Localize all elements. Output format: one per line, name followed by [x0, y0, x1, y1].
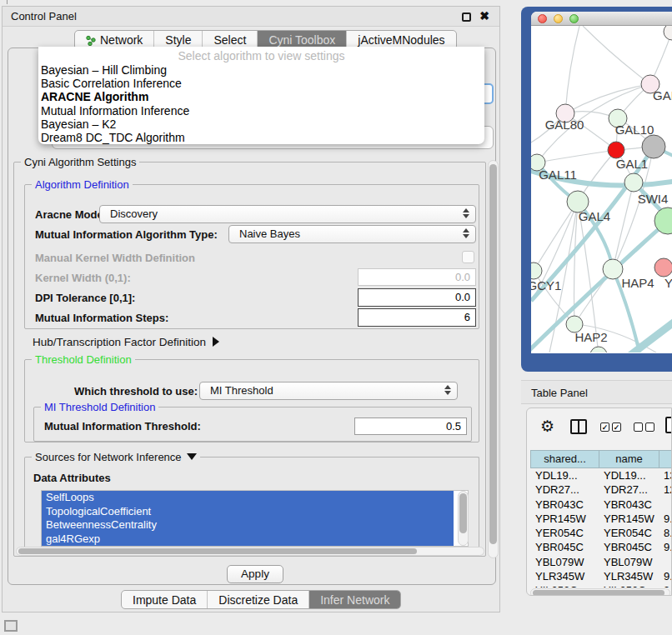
table-row[interactable]: YIL052CYIL052C9. — [530, 583, 672, 588]
network-edge[interactable] — [537, 150, 616, 162]
mi-threshold-field[interactable]: 0.5 — [354, 418, 467, 435]
table-row[interactable]: YDL19...YDL19...13 — [530, 468, 672, 482]
minimize-button[interactable] — [554, 14, 563, 23]
network-edge[interactable] — [565, 26, 579, 113]
table-cell: YER054C — [599, 526, 659, 540]
apply-button[interactable]: Apply — [227, 565, 283, 583]
table-cell — [659, 555, 672, 569]
attribute-item[interactable]: TopologicalCoefficient — [42, 505, 454, 519]
kernel-width-field[interactable]: 0.0 — [358, 268, 476, 286]
attribute-item[interactable]: gal4RGexp — [42, 532, 454, 547]
network-graph: GALGAL80GAL10GAL1GAL11SWI4GAL4GCY1HAP4YH… — [531, 26, 672, 352]
float-window-icon[interactable] — [462, 12, 471, 22]
node-label: GAL4 — [579, 209, 610, 223]
dropdown-item[interactable]: Mutual Information Inference — [38, 104, 484, 118]
table-cell: YBR043C — [599, 498, 659, 512]
settings-horizontal-scrollbar[interactable] — [16, 547, 484, 556]
manual-kernel-width-label: Manual Kernel Width Definition — [35, 252, 195, 264]
mi-threshold-definition-group: MI Threshold Definition Mutual Informati… — [33, 407, 472, 442]
select-all-icon[interactable]: ✓✓ — [600, 422, 621, 432]
network-node-gal1[interactable] — [608, 142, 624, 158]
dropdown-item[interactable]: Basic Correlation Inference — [38, 77, 484, 90]
gear-icon[interactable]: ⚙ — [540, 417, 554, 436]
dropdown-item[interactable]: Dream8 DC_TDC Algorithm — [38, 131, 484, 144]
mi-steps-field[interactable]: 6 — [358, 308, 476, 327]
aracne-mode-value: Discovery — [110, 208, 158, 220]
which-threshold-label: Which threshold to use: — [74, 385, 198, 398]
attribute-item[interactable]: SelfLoops — [42, 491, 454, 505]
column-header[interactable]: name — [599, 450, 659, 468]
algorithm-definition-group: Algorithm Definition Aracne Mode: Discov… — [24, 184, 479, 329]
tab-infer-network[interactable]: Infer Network — [309, 591, 400, 608]
table-cell: 12 — [659, 482, 672, 497]
close-button[interactable] — [538, 14, 547, 23]
table-cell: 13 — [659, 468, 672, 482]
table-row[interactable]: YBR045CYBR045C9. — [530, 540, 672, 554]
column-header[interactable] — [659, 450, 672, 468]
network-node-y[interactable] — [654, 258, 672, 277]
tab-discretize-data[interactable]: Discretize Data — [208, 591, 309, 608]
scrollbar-thumb[interactable] — [459, 493, 467, 533]
table-row[interactable]: YDR27...YDR27...12 — [530, 482, 672, 497]
cyni-algorithm-settings-legend: Cyni Algorithm Settings — [21, 156, 139, 168]
combo-arrows-icon — [463, 228, 469, 238]
network-node[interactable] — [664, 26, 672, 40]
dropdown-item[interactable]: Bayesian – Hill Climbing — [38, 63, 484, 77]
table-row[interactable]: YLR345WYLR345W9. — [530, 569, 672, 583]
sources-legend[interactable]: Sources for Network Inference — [32, 451, 200, 463]
hub-definition-toggle[interactable]: Hub/Transcription Factor Definition — [33, 336, 219, 348]
split-columns-icon[interactable] — [570, 419, 587, 434]
network-window-titlebar — [531, 12, 672, 26]
settings-vertical-scrollbar[interactable] — [488, 160, 499, 558]
node-label: GAL1 — [616, 157, 648, 171]
network-edge[interactable] — [583, 26, 650, 84]
close-icon[interactable]: ✖ — [479, 9, 489, 22]
table-cell: 9. — [659, 583, 672, 588]
table-row[interactable]: YBR043CYBR043C — [530, 498, 672, 512]
node-label: GAL — [653, 88, 672, 102]
column-header[interactable]: shared... — [530, 450, 599, 468]
network-edge[interactable] — [534, 202, 578, 271]
network-node[interactable] — [642, 135, 665, 158]
scrollbar-thumb[interactable] — [18, 548, 417, 554]
table-row[interactable]: YER054CYER054C8. — [530, 526, 672, 540]
node-label: Y — [664, 276, 672, 290]
control-panel-title: Control Panel — [11, 10, 77, 22]
network-node[interactable] — [590, 347, 607, 352]
file-icon[interactable] — [665, 417, 672, 433]
table-cell: YBL079W — [530, 555, 599, 569]
scrollbar-thumb[interactable] — [533, 590, 664, 596]
network-canvas[interactable]: GALGAL80GAL10GAL1GAL11SWI4GAL4GCY1HAP4YH… — [531, 26, 672, 352]
algorithm-definition-legend: Algorithm Definition — [32, 178, 133, 191]
network-node-swi4[interactable] — [624, 173, 643, 192]
table-row[interactable]: YBL079WYBL079W — [530, 555, 672, 569]
data-attributes-list[interactable]: SelfLoopsTopologicalCoefficientBetweenne… — [41, 490, 469, 547]
network-window-frame[interactable]: GALGAL80GAL10GAL1GAL11SWI4GAL4GCY1HAP4YH… — [521, 7, 672, 372]
manual-kernel-width-checkbox[interactable] — [462, 251, 474, 263]
aracne-mode-combobox[interactable]: Discovery — [99, 205, 476, 223]
zoom-button[interactable] — [569, 14, 579, 23]
aracne-mode-label: Aracne Mode: — [35, 208, 107, 221]
network-node-hap4[interactable] — [603, 259, 623, 279]
network-view-window: GALGAL80GAL10GAL1GAL11SWI4GAL4GCY1HAP4YH… — [531, 12, 672, 353]
combo-arrows-icon — [463, 208, 469, 218]
tab-impute-data[interactable]: Impute Data — [122, 591, 208, 608]
network-node-gcy1[interactable] — [531, 262, 542, 279]
mi-algorithm-type-combobox[interactable]: Naive Bayes — [228, 225, 476, 243]
dpi-tolerance-field[interactable]: 0.0 — [358, 288, 476, 307]
table-row[interactable]: YPR145WYPR145W9. — [530, 512, 672, 526]
attributes-scrollbar[interactable] — [458, 491, 469, 546]
minimized-panel-icon[interactable] — [4, 620, 18, 632]
table-horizontal-scrollbar[interactable] — [530, 588, 670, 596]
attribute-item[interactable]: BetweennessCentrality — [42, 518, 454, 532]
dropdown-item[interactable]: ARACNE Algorithm — [38, 90, 484, 103]
mi-steps-label: Mutual Information Steps: — [35, 312, 168, 324]
desktop: Control Panel ✖ NetworkStyleSelectCyni T… — [0, 0, 672, 635]
deselect-all-icon[interactable] — [634, 422, 654, 432]
scrollbar-thumb[interactable] — [489, 164, 497, 544]
table-cell: 9. — [659, 512, 672, 526]
which-threshold-combobox[interactable]: MI Threshold — [199, 382, 458, 400]
dropdown-item[interactable]: Bayesian – K2 — [38, 118, 484, 131]
tab-label: jActiveMNodules — [358, 33, 444, 47]
collapsed-arrow-icon — [213, 337, 219, 347]
